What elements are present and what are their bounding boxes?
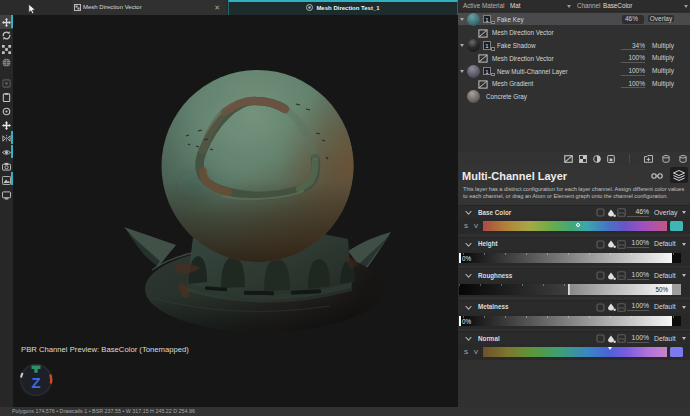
svg-text:Z: Z <box>31 374 40 391</box>
